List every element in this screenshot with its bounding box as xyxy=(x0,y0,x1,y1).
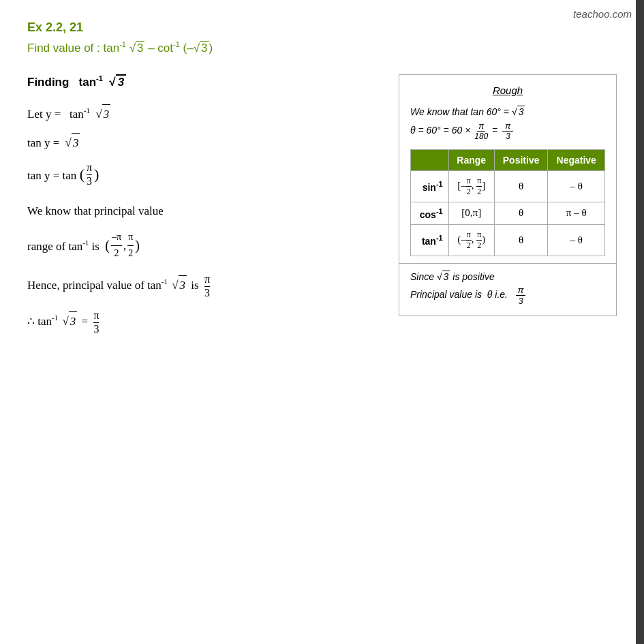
rough-title: Rough xyxy=(410,85,605,96)
problem-statement: Find value of : tan-1 √3 – cot-1 (–√3) xyxy=(27,40,617,55)
ex-title: Ex 2.2, 21 xyxy=(27,20,617,35)
range-line: range of tan-1 is ( –π 2 , π 2 ) xyxy=(27,230,378,261)
rough-line2: θ = 60° = 60 × π 180 = π 3 xyxy=(410,121,605,141)
table-row-cos: cos-1 [0,π] θ π – θ xyxy=(411,202,605,225)
negative-tan: – θ xyxy=(548,225,605,256)
trig-table: Range Positive Negative sin-1 [– π 2 xyxy=(410,149,605,257)
tan-y-tan-pi3: tan y = tan ( π 3 ) xyxy=(27,162,378,187)
positive-cos: θ xyxy=(494,202,548,225)
func-sin: sin-1 xyxy=(411,170,449,202)
rough-box: Rough We know that tan 60° = √3 θ = 60° … xyxy=(399,74,617,264)
tan-y-sqrt3: tan y = √3 xyxy=(27,133,378,152)
positive-tan: θ xyxy=(494,225,548,256)
negative-sin: – θ xyxy=(548,170,605,202)
range-sin: [– π 2 , π 2 ] xyxy=(448,170,494,202)
since-line1: Since √3 is positive xyxy=(410,271,605,282)
right-column: Rough We know that tan 60° = √3 θ = 60° … xyxy=(399,74,617,317)
col-header-negative: Negative xyxy=(548,149,605,170)
therefore-line: ∴ tan-1 √3 = π 3 xyxy=(27,309,378,335)
negative-cos: π – θ xyxy=(548,202,605,225)
page: teachoo.com Ex 2.2, 21 Find value of : t… xyxy=(0,0,644,644)
main-content: Finding tan-1 √3 Let y = tan-1 √3 tan y … xyxy=(27,74,617,345)
table-row-sin: sin-1 [– π 2 , π 2 ] xyxy=(411,170,605,202)
left-column: Finding tan-1 √3 Let y = tan-1 √3 tan y … xyxy=(27,74,378,345)
table-row-tan: tan-1 (– π 2 , π 2 ) xyxy=(411,225,605,256)
range-cos: [0,π] xyxy=(448,202,494,225)
principal-value-label: We know that principal value xyxy=(27,202,378,220)
let-y-line: Let y = tan-1 √3 xyxy=(27,104,378,123)
since-box: Since √3 is positive Principal value is … xyxy=(399,264,617,316)
watermark: teachoo.com xyxy=(573,8,632,20)
right-bar xyxy=(636,0,644,644)
section-heading: Finding tan-1 √3 xyxy=(27,74,378,89)
col-header-empty xyxy=(411,149,449,170)
positive-sin: θ xyxy=(494,170,548,202)
range-tan: (– π 2 , π 2 ) xyxy=(448,225,494,256)
func-cos: cos-1 xyxy=(411,202,449,225)
since-line2: Principal value is θ i.e. π 3 xyxy=(410,285,605,306)
rough-line1: We know that tan 60° = √3 xyxy=(410,106,605,117)
hence-line: Hence, principal value of tan-1 √3 is π … xyxy=(27,273,378,298)
col-header-range: Range xyxy=(448,149,494,170)
col-header-positive: Positive xyxy=(494,149,548,170)
func-tan: tan-1 xyxy=(411,225,449,256)
